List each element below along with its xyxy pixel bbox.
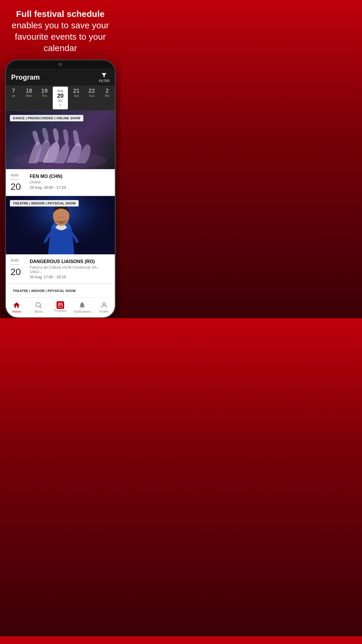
svg-rect-11 (60, 305, 61, 306)
date-item-aug17[interactable]: 7 ue (6, 85, 21, 111)
event-details-2: DANGEROUS LIAISONS (RO) Fabrica de Cultu… (30, 258, 110, 279)
app-header: Program FILTER (6, 69, 115, 85)
event-month: AUG (10, 173, 19, 177)
bottom-nav: Home Menu (6, 298, 115, 317)
nav-item-menu[interactable]: Menu (28, 300, 50, 314)
event-tag-container-3: THEATRE | INDOOR | PHYSICAL SHOW (6, 284, 115, 298)
event-day-num: 20 (10, 182, 21, 191)
event-details: FEN MO (CHN) Online 20 Aug, 16:00 - 17:2… (30, 173, 110, 190)
event-tag-dance: DANCE | PRERECORDED | ONLINE SHOW (10, 115, 83, 121)
date-strip: 7 ue 18 Wed 19 Thu Aug 20 Fri ▾ 21 Sat (6, 85, 115, 111)
event-month-2: AUG (10, 258, 19, 262)
event-image-dance: DANCE | PRERECORDED | ONLINE SHOW (6, 111, 115, 169)
hero-regular-text: enables you to save your favourite event… (12, 20, 109, 53)
nav-item-home[interactable]: Home (6, 300, 28, 314)
nav-label-program: Program (54, 309, 66, 312)
phone-mockup: Program FILTER 7 ue 18 Wed 19 Thu (5, 60, 116, 318)
event-time-fen-mo: 20 Aug, 16:00 - 17:24 (30, 185, 110, 190)
event-venue-dangerous-liaisons: Fabrica de Cultură IACM Construcții SA– … (30, 265, 110, 274)
event-card-dangerous-liaisons[interactable]: THEATRE | INDOOR | PHYSICAL SHOW (6, 196, 115, 283)
page-title: Program (11, 73, 40, 81)
program-calendar-icon (58, 302, 63, 308)
event-image-theatre: THEATRE | INDOOR | PHYSICAL SHOW (6, 196, 115, 254)
event-name-dangerous-liaisons: DANGEROUS LIAISONS (RO) (30, 259, 110, 264)
program-icon-bg (57, 301, 64, 309)
date-item-aug19[interactable]: 19 Thu (37, 85, 52, 111)
date-item-aug21[interactable]: 21 Sat (68, 85, 84, 111)
app-screen: Program FILTER 7 ue 18 Wed 19 Thu (6, 69, 115, 317)
svg-point-12 (103, 302, 105, 305)
chevron-down-icon: ▾ (59, 103, 61, 107)
date-item-aug20-active[interactable]: Aug 20 Fri ▾ (53, 87, 68, 109)
event-info-fen-mo: AUG 20 FEN MO (CHN) Online 20 Aug, 16:00… (6, 169, 115, 195)
date-item-aug18[interactable]: 18 Wed (21, 85, 37, 111)
event-name-fen-mo: FEN MO (CHN) (30, 174, 110, 179)
event-date-divider (10, 179, 19, 180)
nav-label-home: Home (13, 310, 21, 313)
nav-label-profile: Profile (99, 310, 108, 313)
event-venue-fen-mo: Online (30, 180, 110, 184)
event-time-dangerous-liaisons: 20 Aug, 17:00 - 20:15 (30, 275, 110, 279)
dancers-svg (11, 123, 110, 169)
event-tag-theatre: THEATRE | INDOOR | PHYSICAL SHOW (10, 200, 79, 206)
event-day-num-2: 20 (10, 267, 21, 276)
notifications-icon (78, 301, 86, 309)
phone-camera (59, 63, 62, 66)
nav-item-notifications[interactable]: Notifications (71, 300, 93, 314)
svg-rect-10 (59, 305, 60, 306)
event-date-col: AUG 20 (10, 173, 25, 191)
event-info-dangerous-liaisons: AUG 20 DANGEROUS LIAISONS (RO) Fabrica d… (6, 254, 115, 283)
home-icon (13, 301, 20, 309)
event-card-third[interactable]: THEATRE | INDOOR | PHYSICAL SHOW (6, 284, 115, 298)
date-item-aug22[interactable]: 22 Sun (84, 85, 99, 111)
phone-top-bar (6, 60, 115, 69)
event-tag-theatre-3: THEATRE | INDOOR | PHYSICAL SHOW (10, 288, 79, 294)
hero-section: Full festival schedule enables you to sa… (0, 0, 121, 60)
filter-icon (101, 72, 107, 78)
filter-label: FILTER (99, 79, 110, 83)
nav-item-profile[interactable]: Profile (93, 300, 115, 314)
nav-label-menu: Menu (34, 310, 43, 313)
svg-line-5 (40, 307, 41, 308)
hero-bold-text: Full festival schedule (16, 9, 104, 19)
nav-label-notifications: Notifications (73, 310, 91, 313)
profile-icon (100, 301, 108, 309)
date-item-aug23[interactable]: 2 Mo (99, 85, 115, 111)
event-date-col-2: AUG 20 (10, 258, 25, 276)
nav-item-program[interactable]: Program (50, 300, 71, 314)
event-card-fen-mo[interactable]: DANCE | PRERECORDED | ONLINE SHOW (6, 111, 115, 195)
event-date-divider-2 (10, 264, 19, 265)
menu-icon (35, 301, 42, 309)
events-list: DANCE | PRERECORDED | ONLINE SHOW (6, 111, 115, 298)
filter-button[interactable]: FILTER (99, 72, 110, 83)
